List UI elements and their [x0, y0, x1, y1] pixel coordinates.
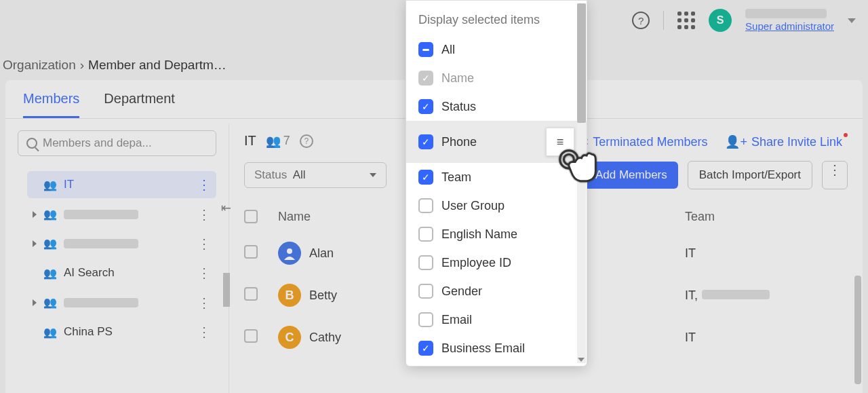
row-checkbox[interactable] [244, 245, 258, 259]
checkbox-icon[interactable] [418, 198, 433, 213]
department-count: 7 [283, 134, 290, 148]
avatar: C [278, 326, 301, 349]
member-name: Betty [309, 288, 337, 303]
status-filter-select[interactable]: Status All [244, 162, 387, 188]
help-icon[interactable]: ? [632, 12, 650, 29]
more-actions-button[interactable]: ⋮ [822, 161, 848, 189]
table-scrollbar[interactable] [854, 276, 861, 384]
avatar: B [278, 284, 301, 307]
checkbox-icon[interactable]: ✓ [418, 170, 433, 185]
option-label: Name [441, 71, 474, 86]
divider [663, 11, 664, 30]
column-option-status[interactable]: ✓Status [406, 92, 587, 121]
redacted-label [64, 298, 138, 307]
scroll-down-icon[interactable] [578, 358, 585, 362]
people-icon: 👥 [43, 208, 57, 221]
sidebar-item-label: AI Search [64, 266, 115, 280]
checkbox-icon[interactable]: ✓ [418, 99, 433, 114]
add-members-button[interactable]: + Add Members [574, 162, 678, 189]
column-option-name[interactable]: Name [406, 64, 587, 92]
column-option-email[interactable]: Email [406, 305, 587, 334]
people-icon: 👥 [43, 179, 57, 191]
share-invite-link[interactable]: 👤+ Share Invite Link [725, 134, 848, 149]
team-label: IT [685, 246, 696, 260]
terminated-members-link[interactable]: 👤× Terminated Members [567, 134, 708, 149]
search-icon [26, 138, 37, 149]
status-filter-label: Status [254, 168, 287, 181]
sidebar-item-IT[interactable]: 👥IT⋮ [27, 171, 216, 198]
sidebar-item-China PS[interactable]: 👥China PS⋮ [27, 318, 216, 345]
checkbox-icon[interactable] [418, 71, 433, 86]
checkbox-icon[interactable] [418, 227, 433, 242]
sidebar-item-dept-4[interactable]: 👥⋮ [27, 289, 216, 316]
column-option-phone[interactable]: ✓Phone≡ [406, 121, 587, 163]
checkbox-icon[interactable]: ✓ [418, 134, 433, 149]
select-all-checkbox[interactable] [244, 210, 258, 223]
sidebar-item-menu-icon[interactable]: ⋮ [197, 210, 211, 219]
tree-caret-icon[interactable] [33, 299, 37, 306]
popover-scrollbar-thumb[interactable] [577, 3, 586, 123]
batch-import-export-button[interactable]: Batch Import/Export [688, 161, 812, 189]
checkbox-icon[interactable] [418, 312, 433, 327]
chevron-down-icon [370, 173, 376, 177]
column-option-employee-id[interactable]: Employee ID [406, 248, 587, 277]
search-placeholder: Members and depa... [43, 136, 152, 150]
department-title: IT [244, 133, 256, 149]
team-label: IT, [685, 288, 698, 302]
option-label: Team [441, 170, 471, 185]
sidebar-item-dept-2[interactable]: 👥⋮ [27, 230, 216, 257]
option-label: User Group [441, 199, 505, 213]
share-invite-label: Share Invite Link [751, 135, 842, 149]
team-extra-redacted [702, 290, 770, 299]
svg-point-0 [287, 248, 292, 254]
column-option-business-email[interactable]: ✓Business Email [406, 334, 587, 362]
column-team: Team [685, 210, 848, 227]
members-icon: 👥 [266, 134, 281, 149]
sidebar-item-menu-icon[interactable]: ⋮ [197, 181, 211, 189]
team-label: IT [685, 331, 696, 344]
people-icon: 👥 [43, 237, 57, 250]
search-input[interactable]: Members and depa... [18, 130, 216, 156]
sidebar-item-AI Search[interactable]: 👥AI Search⋮ [27, 259, 216, 286]
user-role-label: Super administrator [745, 20, 834, 32]
member-name: Cathy [309, 331, 341, 345]
people-icon: 👥 [43, 267, 57, 280]
user-name-redacted [745, 9, 827, 18]
user-plus-icon: 👤+ [725, 134, 747, 149]
checkbox-icon[interactable] [418, 255, 433, 270]
tree-caret-icon[interactable] [33, 240, 37, 247]
avatar [278, 242, 301, 265]
collapse-sidebar-icon[interactable]: ⇥ [218, 201, 233, 216]
user-role[interactable]: Super administrator [745, 9, 834, 32]
checkbox-icon[interactable]: ✓ [418, 341, 433, 356]
sidebar-item-menu-icon[interactable]: ⋮ [197, 269, 211, 277]
checkbox-icon[interactable] [418, 284, 433, 299]
tab-department[interactable]: Department [104, 91, 175, 118]
chevron-down-icon[interactable] [848, 18, 856, 23]
question-icon[interactable]: ? [300, 134, 313, 148]
breadcrumb-current: Member and Departm… [88, 58, 226, 73]
option-label: Phone [441, 135, 477, 149]
column-option-gender[interactable]: Gender [406, 277, 587, 305]
add-members-label: Add Members [595, 168, 667, 182]
option-label: Employee ID [441, 256, 511, 270]
breadcrumb-root[interactable]: Organization [3, 58, 76, 73]
column-option-team[interactable]: ✓Team [406, 163, 587, 191]
apps-grid-icon[interactable] [677, 12, 695, 29]
row-checkbox[interactable] [244, 329, 258, 343]
sidebar-item-dept-1[interactable]: 👥⋮ [27, 201, 216, 227]
user-avatar[interactable]: S [709, 9, 732, 32]
row-checkbox[interactable] [244, 287, 258, 301]
sidebar-item-menu-icon[interactable]: ⋮ [197, 299, 211, 307]
column-option-user-group[interactable]: User Group [406, 191, 587, 220]
checkbox-icon[interactable] [418, 42, 433, 57]
option-label: Status [441, 100, 476, 114]
tab-members[interactable]: Members [23, 91, 79, 118]
column-option-english-name[interactable]: English Name [406, 220, 587, 248]
sidebar-item-menu-icon[interactable]: ⋮ [197, 328, 211, 336]
tree-caret-icon[interactable] [33, 211, 37, 218]
column-option-all[interactable]: All [406, 35, 587, 64]
option-label: Business Email [441, 341, 525, 356]
drag-handle-icon[interactable]: ≡ [546, 128, 574, 156]
sidebar-item-menu-icon[interactable]: ⋮ [197, 240, 211, 248]
